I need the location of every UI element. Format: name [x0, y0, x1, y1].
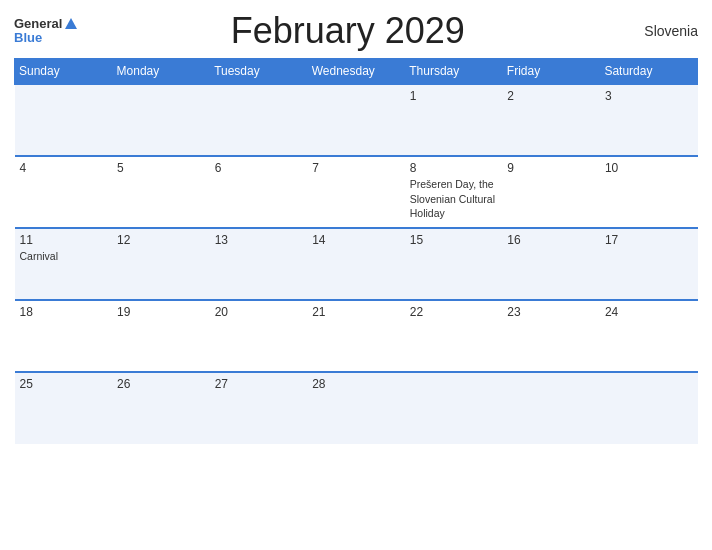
day-number: 9 — [507, 161, 595, 175]
logo-blue-text: Blue — [14, 31, 42, 45]
calendar-cell: 23 — [502, 300, 600, 372]
logo: General Blue — [14, 17, 77, 46]
calendar-cell: 1 — [405, 84, 503, 156]
calendar-cell: 17 — [600, 228, 698, 300]
calendar-cell: 25 — [15, 372, 113, 444]
header-sunday: Sunday — [15, 59, 113, 85]
calendar-cell: 26 — [112, 372, 210, 444]
calendar-cell: 5 — [112, 156, 210, 228]
day-number: 10 — [605, 161, 693, 175]
calendar-week-row: 25262728 — [15, 372, 698, 444]
calendar-cell: 4 — [15, 156, 113, 228]
day-number: 21 — [312, 305, 400, 319]
weekday-header-row: Sunday Monday Tuesday Wednesday Thursday… — [15, 59, 698, 85]
country-label: Slovenia — [618, 23, 698, 39]
calendar-table: Sunday Monday Tuesday Wednesday Thursday… — [14, 58, 698, 444]
calendar-cell: 11Carnival — [15, 228, 113, 300]
calendar-cell: 27 — [210, 372, 308, 444]
calendar-cell: 10 — [600, 156, 698, 228]
calendar-week-row: 45678Prešeren Day, the Slovenian Cultura… — [15, 156, 698, 228]
day-number: 25 — [20, 377, 108, 391]
day-number: 17 — [605, 233, 693, 247]
calendar-cell: 12 — [112, 228, 210, 300]
day-number: 20 — [215, 305, 303, 319]
calendar-cell: 19 — [112, 300, 210, 372]
day-number: 15 — [410, 233, 498, 247]
day-number: 14 — [312, 233, 400, 247]
calendar-cell: 13 — [210, 228, 308, 300]
day-number: 1 — [410, 89, 498, 103]
day-number: 4 — [20, 161, 108, 175]
calendar-cell: 24 — [600, 300, 698, 372]
day-number: 13 — [215, 233, 303, 247]
day-number: 18 — [20, 305, 108, 319]
header-thursday: Thursday — [405, 59, 503, 85]
day-number: 8 — [410, 161, 498, 175]
calendar-cell: 3 — [600, 84, 698, 156]
logo-triangle-icon — [65, 18, 77, 29]
calendar-cell — [210, 84, 308, 156]
calendar-week-row: 18192021222324 — [15, 300, 698, 372]
day-number: 2 — [507, 89, 595, 103]
day-number: 28 — [312, 377, 400, 391]
day-number: 7 — [312, 161, 400, 175]
calendar-cell: 7 — [307, 156, 405, 228]
header-friday: Friday — [502, 59, 600, 85]
day-number: 19 — [117, 305, 205, 319]
day-number: 24 — [605, 305, 693, 319]
calendar-header: General Blue February 2029 Slovenia — [14, 10, 698, 52]
calendar-cell — [502, 372, 600, 444]
day-number: 16 — [507, 233, 595, 247]
event-label: Carnival — [20, 250, 59, 262]
day-number: 27 — [215, 377, 303, 391]
logo-general-text: General — [14, 17, 62, 31]
calendar-cell — [112, 84, 210, 156]
calendar-title: February 2029 — [77, 10, 618, 52]
event-label: Prešeren Day, the Slovenian Cultural Hol… — [410, 178, 495, 219]
calendar-cell — [15, 84, 113, 156]
calendar-cell — [307, 84, 405, 156]
calendar-cell: 20 — [210, 300, 308, 372]
calendar-cell — [405, 372, 503, 444]
calendar-cell: 8Prešeren Day, the Slovenian Cultural Ho… — [405, 156, 503, 228]
header-tuesday: Tuesday — [210, 59, 308, 85]
day-number: 5 — [117, 161, 205, 175]
day-number: 12 — [117, 233, 205, 247]
calendar-cell: 6 — [210, 156, 308, 228]
calendar-cell: 28 — [307, 372, 405, 444]
day-number: 6 — [215, 161, 303, 175]
calendar-cell: 14 — [307, 228, 405, 300]
day-number: 3 — [605, 89, 693, 103]
day-number: 22 — [410, 305, 498, 319]
calendar-week-row: 11Carnival121314151617 — [15, 228, 698, 300]
calendar-cell: 22 — [405, 300, 503, 372]
calendar-week-row: 123 — [15, 84, 698, 156]
header-wednesday: Wednesday — [307, 59, 405, 85]
calendar-cell: 16 — [502, 228, 600, 300]
calendar-cell: 21 — [307, 300, 405, 372]
day-number: 23 — [507, 305, 595, 319]
day-number: 11 — [20, 233, 108, 247]
header-monday: Monday — [112, 59, 210, 85]
calendar-page: General Blue February 2029 Slovenia Sund… — [0, 0, 712, 550]
calendar-cell: 15 — [405, 228, 503, 300]
header-saturday: Saturday — [600, 59, 698, 85]
calendar-cell: 18 — [15, 300, 113, 372]
calendar-cell: 9 — [502, 156, 600, 228]
calendar-cell: 2 — [502, 84, 600, 156]
calendar-cell — [600, 372, 698, 444]
day-number: 26 — [117, 377, 205, 391]
